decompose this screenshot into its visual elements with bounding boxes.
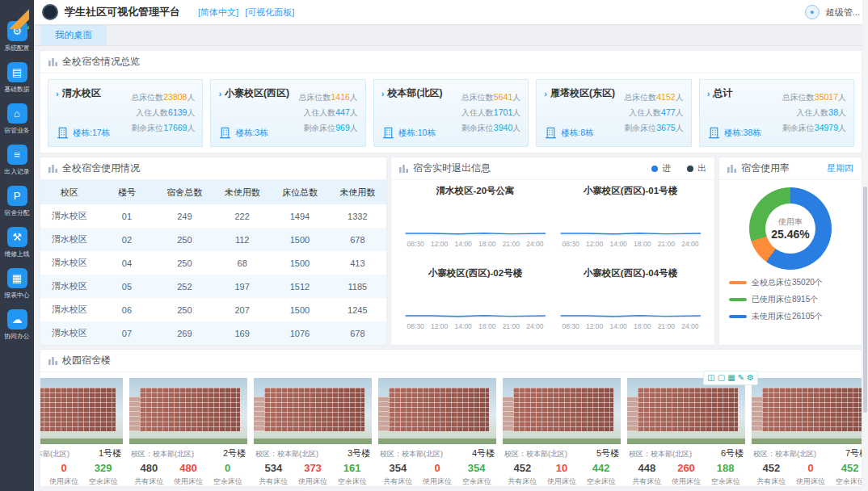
legend-out-label: 出 xyxy=(697,162,706,174)
sidebar-item-base-data[interactable]: ▤ 基础数据 xyxy=(0,62,34,94)
building-stat-used: 480使用床位 xyxy=(169,462,209,486)
fullscreen-icon[interactable]: ▢ xyxy=(718,372,725,384)
user-name[interactable]: 超级管... xyxy=(826,6,860,19)
campus-stats: 总床位数4152人 入住人数477人 剩余床位3675人 xyxy=(624,86,683,140)
campus-stat: 剩余床位3675人 xyxy=(624,123,683,134)
exit-line-chart xyxy=(558,280,703,322)
table-cell: 112 xyxy=(213,228,271,251)
legend-color-bar xyxy=(729,315,747,318)
campus-stat: 剩余床位34979人 xyxy=(782,123,846,134)
table-column-header: 未使用数 xyxy=(213,180,271,204)
campus-name: 雁塔校区(东区) xyxy=(550,86,615,100)
chart-icon: ▦ xyxy=(7,268,27,288)
building-card[interactable]: 校区：校本部(北区) 7号楼 452共有床位 0使用床位 452空余床位 xyxy=(752,378,862,486)
building-card[interactable]: 校区：校本部(北区) 1号楼 共有床位 0使用床位 329空余床位 xyxy=(40,378,123,486)
campus-buildings: 楼栋:10栋 xyxy=(381,126,443,140)
sidebar-item-label: 报表中心 xyxy=(4,291,29,300)
campus-card[interactable]: › 校本部(北区) 楼栋:10栋 总床位数5641人 入住人数1701人 剩余床… xyxy=(373,79,529,147)
main-column: 学生社区可视化管理平台 [简体中文] [可视化面板] ● 超级管... 我的桌面… xyxy=(34,0,868,491)
building-stats: 452共有床位 0使用床位 452空余床位 xyxy=(752,461,862,486)
campus-card-title: › 小寨校区(西区) xyxy=(218,86,289,100)
building-icon xyxy=(218,126,232,140)
building-card[interactable]: 校区：校本部(北区) 5号楼 452共有床位 10使用床位 442空余床位 xyxy=(503,378,621,486)
usage-table-head: 校区楼号宿舍总数未使用数床位总数未使用数 xyxy=(40,180,386,204)
buildings-title: 校园宿舍楼 xyxy=(62,354,111,367)
x-tick-label: 14:00 xyxy=(610,322,627,330)
building-card[interactable]: 校区：校本部(北区) 2号楼 480共有床位 480使用床位 0空余床位 xyxy=(129,378,247,486)
sidebar-item-report-center[interactable]: ▦ 报表中心 xyxy=(0,268,34,300)
table-cell: 渭水校区 xyxy=(40,228,98,251)
building-icon xyxy=(707,126,721,140)
campus-stat: 剩余床位3940人 xyxy=(461,123,520,134)
edit-icon[interactable]: ✎ xyxy=(738,372,744,384)
legend-out-dot[interactable] xyxy=(687,166,693,172)
user-avatar-icon[interactable]: ● xyxy=(805,5,820,19)
campus-card[interactable]: › 雁塔校区(东区) 楼栋:8栋 总床位数4152人 入住人数477人 剩余床位… xyxy=(536,79,691,147)
campus-card[interactable]: › 总计 楼栋:38栋 总床位数35017人 入住人数38人 剩余床位34979… xyxy=(699,79,854,147)
realtime-title: 宿舍实时退出信息 xyxy=(413,162,491,175)
building-campus: 校区：校本部(北区) xyxy=(255,449,318,460)
campus-card-title: › 校本部(北区) xyxy=(381,86,443,100)
table-column-header: 楼号 xyxy=(98,180,155,204)
building-card[interactable]: 校区：校本部(北区) 6号楼 448共有床位 260使用床位 188空余床位 ◫… xyxy=(627,378,745,486)
campus-name: 校本部(北区) xyxy=(387,86,442,100)
table-row[interactable]: 渭水校区0625020715001245 xyxy=(40,298,386,321)
table-cell: 1500 xyxy=(271,251,328,275)
sidebar: ⚙ 系统配置 ▤ 基础数据 ⌂ 宿管业务 ≡ 出入记录 P 宿舍分配 ⚒ 维修上… xyxy=(0,0,34,491)
exit-chart-x-axis: 08:3012:0014:0018:0021:0024:00 xyxy=(563,322,699,330)
sidebar-item-collaboration[interactable]: ☁ 协同办公 xyxy=(0,309,34,342)
donut-legend-item[interactable]: 未使用床位26105个 xyxy=(729,311,852,322)
scrollbar-thumb[interactable] xyxy=(863,187,867,413)
grid-icon[interactable]: ▦ xyxy=(727,372,735,384)
card-toolbar: ◫▢▦✎⚙ xyxy=(703,371,758,385)
building-name: 1号楼 xyxy=(99,447,121,460)
donut-legend-item[interactable]: 全校总床位35020个 xyxy=(729,277,852,288)
building-stat-used: 373使用床位 xyxy=(293,462,333,486)
table-cell: 1512 xyxy=(271,275,328,298)
legend-label: 未使用床位26105个 xyxy=(752,311,823,322)
campus-buildings-count: 楼栋:8栋 xyxy=(561,128,593,139)
building-card[interactable]: 校区：校本部(北区) 3号楼 534共有床位 373使用床位 161空余床位 xyxy=(254,378,372,486)
table-cell: 渭水校区 xyxy=(40,298,98,321)
building-card[interactable]: 校区：校本部(北区) 4号楼 354共有床位 0使用床位 354空余床位 xyxy=(378,378,496,486)
building-photo xyxy=(627,378,745,444)
legend-in-dot[interactable] xyxy=(651,166,658,172)
building-photo-main-block xyxy=(140,388,240,431)
x-tick-label: 08:30 xyxy=(563,322,579,330)
tab-my-desktop[interactable]: 我的桌面 xyxy=(40,25,107,45)
app-root: ⚙ 系统配置 ▤ 基础数据 ⌂ 宿管业务 ≡ 出入记录 P 宿舍分配 ⚒ 维修上… xyxy=(0,0,868,491)
sidebar-item-dorm-business[interactable]: ⌂ 宿管业务 xyxy=(0,103,34,136)
campus-card[interactable]: › 渭水校区 楼栋:17栋 总床位数23808人 入住人数6139人 剩余床位1… xyxy=(48,79,203,147)
bar-chart-icon xyxy=(727,164,736,173)
sidebar-item-label: 宿管业务 xyxy=(4,126,29,135)
campus-card[interactable]: › 小寨校区(西区) 楼栋:3栋 总床位数1416人 入住人数447人 剩余床位… xyxy=(210,79,365,147)
building-photo-main-block xyxy=(513,388,613,431)
exit-chart-x-axis: 08:3012:0014:0018:0021:0024:00 xyxy=(407,240,544,248)
print-icon[interactable]: ◫ xyxy=(707,372,714,384)
table-cell: 07 xyxy=(98,321,155,345)
sidebar-item-dorm-allocation[interactable]: P 宿舍分配 xyxy=(0,186,34,218)
sidebar-item-repair-online[interactable]: ⚒ 维修上线 xyxy=(0,227,34,259)
sidebar-item-system-config[interactable]: ⚙ 系统配置 xyxy=(0,21,34,53)
table-row[interactable]: 渭水校区022501121500678 xyxy=(40,228,386,251)
building-stats: 354共有床位 0使用床位 354空余床位 xyxy=(378,461,496,486)
usage-table-title: 全校宿舍使用情况 xyxy=(62,162,140,175)
x-tick-label: 12:00 xyxy=(431,240,448,248)
table-row[interactable]: 渭水校区072691691076678 xyxy=(40,321,386,345)
building-name: 4号楼 xyxy=(472,447,495,460)
visual-panel-link[interactable]: [可视化面板] xyxy=(245,6,294,19)
x-tick-label: 18:00 xyxy=(634,240,651,248)
weekday-link[interactable]: 星期四 xyxy=(827,162,853,174)
campus-stat: 总床位数5641人 xyxy=(461,92,520,103)
donut-legend-item[interactable]: 已使用床位8915个 xyxy=(729,294,852,305)
table-row[interactable]: 渭水校区0124922214941332 xyxy=(40,204,386,228)
building-stat-free: 354空余床位 xyxy=(457,462,496,486)
language-link[interactable]: [简体中文] xyxy=(198,6,238,19)
usage-rate-panel: 宿舍使用率 星期四 使用率 25.46% 全校总床位35020个 已使 xyxy=(719,157,862,345)
table-row[interactable]: 渭水校区0525219715121185 xyxy=(40,275,386,298)
table-row[interactable]: 渭水校区04250681500413 xyxy=(40,251,386,275)
sidebar-item-access-records[interactable]: ≡ 出入记录 xyxy=(0,145,34,177)
gear-icon[interactable]: ⚙ xyxy=(747,372,754,384)
building-photo xyxy=(254,378,372,444)
vertical-scrollbar[interactable] xyxy=(862,0,868,491)
